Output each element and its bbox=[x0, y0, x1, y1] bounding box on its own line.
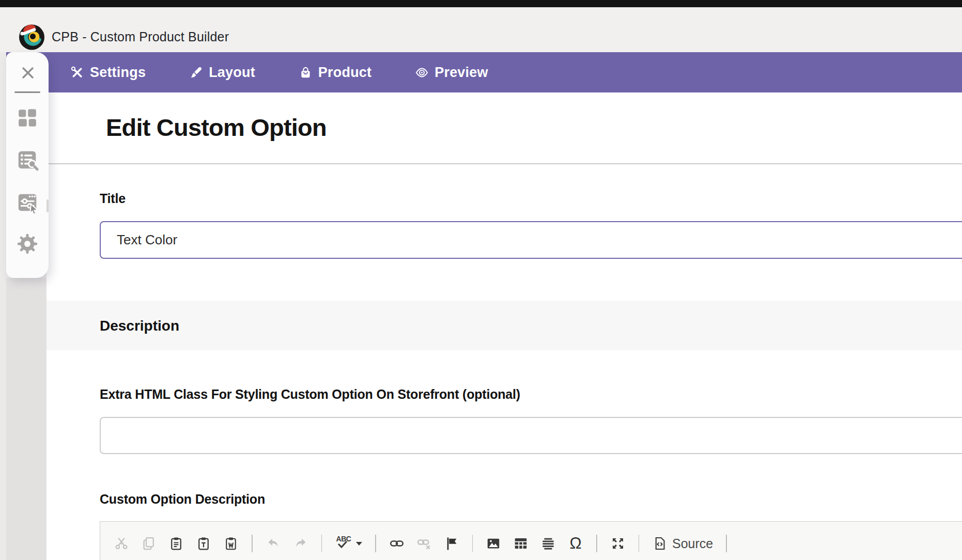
toolbar-separator bbox=[252, 535, 253, 552]
tab-product-label: Product bbox=[318, 65, 371, 81]
anchor-flag-icon[interactable] bbox=[444, 536, 459, 551]
extra-class-label: Extra HTML Class For Styling Custom Opti… bbox=[100, 387, 520, 402]
extra-class-input[interactable] bbox=[100, 417, 962, 454]
sidebar-track bbox=[6, 278, 46, 560]
source-button[interactable]: Source bbox=[652, 536, 713, 551]
maximize-icon[interactable] bbox=[610, 536, 626, 551]
eye-icon bbox=[415, 66, 429, 80]
source-icon bbox=[652, 536, 668, 551]
tools-icon bbox=[70, 66, 84, 80]
spell-check-dropdown[interactable]: ABC bbox=[335, 535, 362, 552]
app-window: CPB - Custom Product Builder Settings La… bbox=[0, 0, 962, 560]
copy-icon bbox=[141, 536, 157, 551]
tab-layout-label: Layout bbox=[209, 65, 255, 81]
app-header: CPB - Custom Product Builder bbox=[0, 7, 962, 52]
close-icon[interactable] bbox=[20, 65, 36, 81]
link-icon[interactable] bbox=[389, 536, 405, 551]
unlink-icon bbox=[416, 536, 432, 551]
sidebar-divider bbox=[14, 91, 40, 93]
source-button-label: Source bbox=[672, 536, 713, 551]
editor-toolbar-row: ABC bbox=[114, 533, 962, 554]
description-section-band bbox=[46, 301, 962, 350]
main-content: Edit Custom Option Title Description Ext… bbox=[46, 92, 962, 560]
editor-toolbar: ABC bbox=[100, 521, 962, 560]
paste-icon[interactable] bbox=[168, 536, 184, 551]
special-character-icon[interactable]: Ω bbox=[568, 536, 583, 551]
description-section-title: Description bbox=[100, 318, 179, 334]
tab-settings[interactable]: Settings bbox=[70, 65, 146, 81]
toolbar-separator bbox=[472, 535, 473, 552]
table-icon[interactable] bbox=[513, 536, 529, 551]
scrollbar-thumb[interactable] bbox=[46, 199, 49, 212]
cut-icon bbox=[114, 536, 129, 551]
shopping-bag-icon bbox=[299, 66, 313, 80]
tab-preview-label: Preview bbox=[435, 65, 488, 81]
paintbrush-icon bbox=[189, 66, 203, 80]
dashboard-grid-icon bbox=[15, 106, 39, 130]
toolbar-separator bbox=[639, 535, 640, 552]
sidebar-item-option-settings[interactable] bbox=[15, 191, 39, 214]
paste-from-word-icon[interactable] bbox=[223, 536, 239, 551]
toolbar-separator bbox=[375, 535, 376, 552]
toolbar-separator bbox=[321, 535, 322, 552]
toolbar-separator bbox=[596, 535, 597, 552]
tab-settings-label: Settings bbox=[90, 65, 146, 81]
title-input[interactable] bbox=[100, 221, 962, 259]
toolbar-separator bbox=[726, 535, 727, 552]
spell-check-icon: ABC bbox=[335, 535, 352, 552]
image-icon[interactable] bbox=[486, 536, 501, 551]
title-field-label: Title bbox=[100, 191, 126, 206]
redo-icon bbox=[293, 536, 308, 551]
tab-preview[interactable]: Preview bbox=[415, 65, 488, 81]
page-title: Edit Custom Option bbox=[106, 113, 327, 142]
chevron-down-icon bbox=[356, 542, 362, 546]
window-top-strip bbox=[0, 0, 962, 7]
undo-icon bbox=[266, 536, 281, 551]
cpb-logo-icon bbox=[18, 23, 45, 50]
main-navbar: Settings Layout Product Preview bbox=[6, 52, 962, 92]
custom-option-description-label: Custom Option Description bbox=[100, 492, 265, 507]
gear-icon bbox=[15, 232, 39, 256]
tab-layout[interactable]: Layout bbox=[189, 65, 255, 81]
sidebar-item-option-list[interactable] bbox=[15, 148, 39, 172]
option-list-search-icon bbox=[15, 148, 39, 172]
option-settings-pointer-icon bbox=[15, 191, 39, 214]
paste-plain-text-icon[interactable] bbox=[196, 536, 211, 551]
sidebar-item-general-settings[interactable] bbox=[15, 232, 39, 256]
horizontal-line-icon[interactable] bbox=[540, 536, 556, 551]
heading-divider bbox=[46, 163, 962, 164]
tab-product[interactable]: Product bbox=[299, 65, 371, 81]
sidebar-item-dashboard[interactable] bbox=[15, 106, 39, 130]
